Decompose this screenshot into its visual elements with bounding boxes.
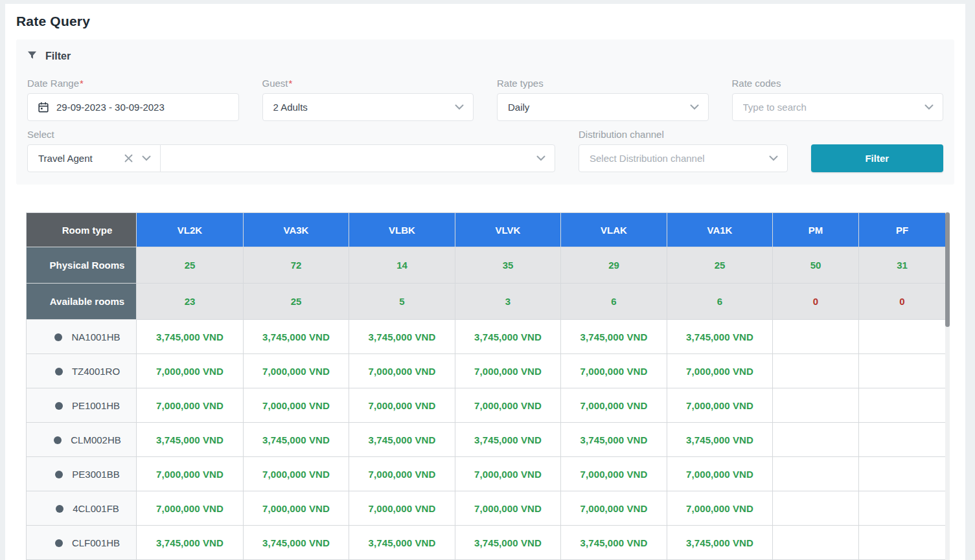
rate-value-PE1001HB-VA3K: 7,000,000 VND bbox=[244, 388, 349, 423]
required-asterisk: * bbox=[80, 78, 84, 89]
room-count: 3 bbox=[505, 296, 510, 307]
rate-code-cell-NA1001HB: NA1001HB bbox=[27, 320, 137, 354]
date-range-field: Date Range* 29-09-2023 - 30-09-2023 bbox=[27, 78, 239, 121]
available-rooms-value-PM: 0 bbox=[773, 284, 859, 320]
rate-value-NA1001HB-PM bbox=[773, 320, 859, 354]
rate-value-TZ4001RO-VLVK: 7,000,000 VND bbox=[455, 354, 561, 388]
guest-field: Guest* 2 Adults bbox=[262, 78, 474, 121]
rate-row-CLF001HB: CLF001HB3,745,000 VND3,745,000 VND3,745,… bbox=[27, 526, 946, 560]
rate-value-NA1001HB-VLAK: 3,745,000 VND bbox=[561, 320, 667, 354]
physical-rooms-value-VLAK: 29 bbox=[561, 247, 667, 284]
rate-value-CLM002HB-VA3K: 3,745,000 VND bbox=[244, 423, 349, 457]
clear-selection-icon[interactable] bbox=[124, 154, 133, 162]
rate-types-select[interactable]: Daily bbox=[497, 93, 709, 121]
rate-value-PE1001HB-PM bbox=[773, 388, 859, 423]
room-count: 50 bbox=[810, 260, 821, 271]
date-range-input[interactable]: 29-09-2023 - 30-09-2023 bbox=[27, 93, 239, 121]
column-header-VLBK: VLBK bbox=[349, 213, 455, 247]
rate-value-PE3001BB-VLVK: 7,000,000 VND bbox=[455, 457, 561, 491]
rate-code-cell-TZ4001RO: TZ4001RO bbox=[27, 354, 137, 388]
rate-value-4CL001FB-PF bbox=[859, 491, 946, 526]
available-rooms-value-VLVK: 3 bbox=[455, 284, 561, 320]
rate-value-CLF001HB-VLVK: 3,745,000 VND bbox=[455, 526, 561, 560]
rate-value-CLM002HB-VLAK: 3,745,000 VND bbox=[561, 423, 667, 457]
bullet-icon bbox=[55, 539, 63, 547]
agent-name-select[interactable] bbox=[160, 144, 555, 172]
rate-value-4CL001FB-PM bbox=[773, 491, 859, 526]
room-count: 0 bbox=[813, 296, 818, 307]
bullet-icon bbox=[55, 471, 63, 478]
room-count: 29 bbox=[608, 260, 619, 271]
bullet-icon bbox=[55, 368, 63, 375]
room-count: 25 bbox=[715, 260, 726, 271]
rate-value-CLF001HB-VL2K: 3,745,000 VND bbox=[137, 526, 244, 560]
available-rooms-value-PF: 0 bbox=[859, 284, 946, 320]
room-count: 72 bbox=[291, 260, 302, 271]
available-rooms-value-VL2K: 23 bbox=[137, 284, 244, 320]
column-header-VA1K: VA1K bbox=[667, 213, 773, 247]
guest-label: Guest* bbox=[262, 78, 474, 89]
rate-value-TZ4001RO-PF bbox=[859, 354, 946, 388]
guest-value: 2 Adults bbox=[273, 102, 450, 113]
rate-row-TZ4001RO: TZ4001RO7,000,000 VND7,000,000 VND7,000,… bbox=[27, 354, 946, 388]
rate-value-4CL001FB-VLAK: 7,000,000 VND bbox=[561, 491, 667, 526]
rate-value-4CL001FB-VL2K: 7,000,000 VND bbox=[137, 491, 244, 526]
table-scrollbar-thumb[interactable] bbox=[945, 212, 950, 327]
available-rooms-value-VLBK: 5 bbox=[349, 284, 455, 320]
bullet-icon bbox=[54, 436, 62, 444]
rate-code-label: 4CL001FB bbox=[73, 503, 119, 514]
room-count: 0 bbox=[899, 296, 904, 307]
rate-value-PE1001HB-VLAK: 7,000,000 VND bbox=[561, 388, 667, 423]
room-count: 14 bbox=[396, 260, 407, 271]
rate-value-4CL001FB-VA1K: 7,000,000 VND bbox=[667, 491, 773, 526]
rate-value-CLF001HB-VA1K: 3,745,000 VND bbox=[667, 526, 773, 560]
filter-submit-button[interactable]: Filter bbox=[811, 144, 944, 172]
room-count: 5 bbox=[399, 296, 404, 307]
rate-value-PE1001HB-VLBK: 7,000,000 VND bbox=[349, 388, 455, 423]
filter-funnel-icon bbox=[27, 50, 37, 63]
distribution-channel-label: Distribution channel bbox=[579, 129, 788, 140]
required-asterisk: * bbox=[289, 78, 293, 89]
agent-type-select[interactable]: Travel Agent bbox=[27, 144, 161, 172]
content-card: Rate Query Filter Date Range* bbox=[5, 4, 965, 560]
distribution-channel-field: Distribution channel Select Distribution… bbox=[579, 129, 788, 172]
available-rooms-row: Available rooms2325536600 bbox=[27, 284, 946, 320]
rate-value-CLM002HB-VLBK: 3,745,000 VND bbox=[349, 423, 455, 457]
chevron-down-icon bbox=[690, 104, 699, 110]
room-count: 6 bbox=[717, 296, 722, 307]
room-count: 25 bbox=[291, 296, 302, 307]
rate-value-CLM002HB-PF bbox=[859, 423, 946, 457]
rate-types-field: Rate types Daily bbox=[497, 78, 709, 121]
rate-table-container: Room typeVL2KVA3KVLBKVLVKVLAKVA1KPMPFPhy… bbox=[26, 212, 950, 560]
rate-codes-search-input[interactable] bbox=[743, 102, 920, 113]
rate-value-CLF001HB-PM bbox=[773, 526, 859, 560]
physical-rooms-row: Physical Rooms2572143529255031 bbox=[27, 247, 946, 284]
rate-value-4CL001FB-VLBK: 7,000,000 VND bbox=[349, 491, 455, 526]
rate-row-CLM002HB: CLM002HB3,745,000 VND3,745,000 VND3,745,… bbox=[27, 423, 946, 457]
rate-codes-search-select[interactable] bbox=[732, 93, 944, 121]
available-rooms-value-VA1K: 6 bbox=[667, 284, 773, 320]
physical-rooms-value-VA1K: 25 bbox=[667, 247, 773, 284]
rate-table: Room typeVL2KVA3KVLBKVLVKVLAKVA1KPMPFPhy… bbox=[26, 212, 946, 560]
rate-value-PE3001BB-VLAK: 7,000,000 VND bbox=[561, 457, 667, 491]
rate-code-cell-PE1001HB: PE1001HB bbox=[27, 388, 137, 423]
room-count: 6 bbox=[611, 296, 616, 307]
rate-value-TZ4001RO-VLAK: 7,000,000 VND bbox=[561, 354, 667, 388]
guest-select[interactable]: 2 Adults bbox=[262, 93, 474, 121]
rate-value-NA1001HB-VLBK: 3,745,000 VND bbox=[349, 320, 455, 354]
available-rooms-label: Available rooms bbox=[27, 284, 137, 320]
date-range-label: Date Range* bbox=[27, 78, 239, 89]
room-type-corner-header: Room type bbox=[27, 213, 137, 247]
distribution-channel-select[interactable]: Select Distribution channel bbox=[579, 144, 788, 172]
rate-value-CLM002HB-VLVK: 3,745,000 VND bbox=[455, 423, 561, 457]
rate-value-CLF001HB-PF bbox=[859, 526, 946, 560]
column-header-VA3K: VA3K bbox=[244, 213, 349, 247]
rate-value-PE1001HB-VL2K: 7,000,000 VND bbox=[137, 388, 244, 423]
physical-rooms-value-VLBK: 14 bbox=[349, 247, 455, 284]
rate-value-PE1001HB-VA1K: 7,000,000 VND bbox=[667, 388, 773, 423]
select-label: Select bbox=[27, 129, 555, 140]
rate-row-PE1001HB: PE1001HB7,000,000 VND7,000,000 VND7,000,… bbox=[27, 388, 946, 423]
rate-value-NA1001HB-VA1K: 3,745,000 VND bbox=[667, 320, 773, 354]
rate-value-CLM002HB-VL2K: 3,745,000 VND bbox=[137, 423, 244, 457]
rate-value-CLM002HB-PM bbox=[773, 423, 859, 457]
